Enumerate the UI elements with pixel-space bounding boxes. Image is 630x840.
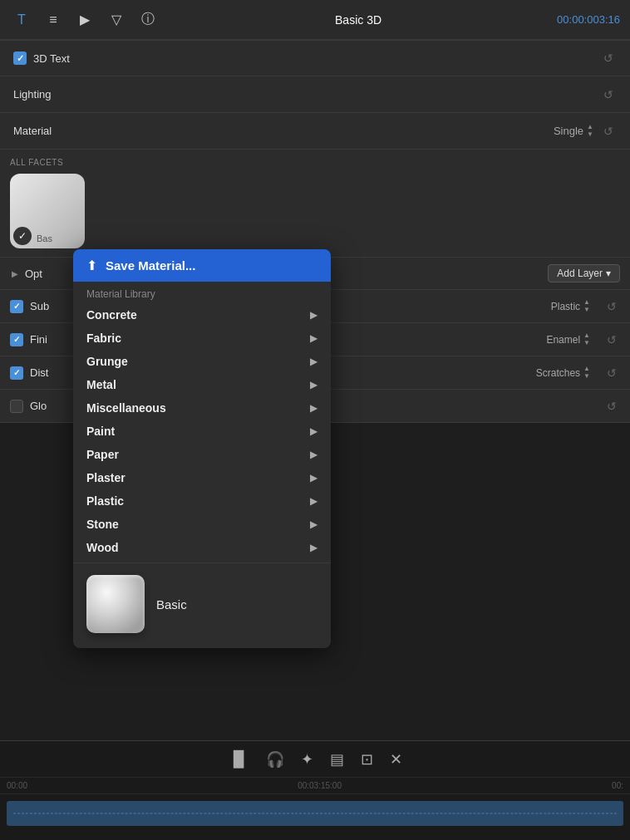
menu-label-plastic: Plastic [86, 494, 124, 508]
menu-item-wood[interactable]: Wood ▶ [73, 536, 331, 559]
timeline-mark-end: 00: [612, 781, 623, 790]
menu-label-stone: Stone [86, 518, 119, 531]
reset-glo[interactable]: ↺ [603, 398, 620, 415]
timeline-controls: ▐▌ 🎧 ✦ ▤ ⊡ ✕ [0, 741, 630, 778]
timeline-mark-mid: 00:03:15:00 [27, 781, 612, 790]
menu-label-grunge: Grunge [86, 355, 128, 368]
menu-label-concrete: Concrete [86, 308, 137, 322]
layer-type-fini[interactable]: Enamel ▲ ▼ [546, 332, 590, 346]
material-library-header: Material Library [73, 282, 331, 303]
save-icon: ⬆ [86, 258, 97, 273]
context-menu: ⬆ Save Material... Material Library Conc… [73, 249, 331, 648]
menu-label-fabric: Fabric [86, 332, 121, 345]
add-layer-button[interactable]: Add Layer ▾ [548, 264, 620, 282]
checkbox-glo[interactable] [10, 400, 23, 413]
facets-swatch[interactable]: ✓ Bas [10, 174, 85, 248]
facets-badge: ✓ [13, 227, 32, 245]
reset-lighting[interactable]: ↺ [600, 86, 617, 103]
save-material-item[interactable]: ⬆ Save Material... [73, 249, 331, 282]
filter-icon[interactable]: ▽ [105, 8, 128, 32]
info-icon[interactable]: ⓘ [136, 8, 160, 32]
align-icon[interactable]: ≡ [42, 8, 65, 32]
scratches-stepper[interactable]: ▲ ▼ [583, 366, 590, 380]
label-material: Material [13, 125, 554, 137]
arrow-icon-miscellaneous: ▶ [310, 402, 317, 414]
checkbox-3dtext[interactable] [13, 52, 27, 65]
facets-swatch-name: Bas [33, 232, 56, 245]
arrow-icon-paper: ▶ [310, 449, 317, 460]
label-lighting: Lighting [13, 88, 593, 101]
enamel-stepper[interactable]: ▲ ▼ [583, 332, 590, 346]
stepper-up[interactable]: ▲ [587, 124, 593, 130]
timeline-bar [7, 801, 623, 826]
toolbar: T ≡ ▶ ▽ ⓘ Basic 3D 00:00:003:16 [0, 0, 630, 40]
menu-label-wood: Wood [86, 541, 119, 554]
menu-label-miscellaneous: Miscellaneous [86, 401, 166, 415]
project-title: Basic 3D [168, 13, 549, 27]
menu-item-miscellaneous[interactable]: Miscellaneous ▶ [73, 396, 331, 420]
label-3dtext: 3D Text [33, 52, 593, 65]
arrow-icon-wood: ▶ [310, 542, 317, 553]
reset-material[interactable]: ↺ [600, 123, 617, 140]
layer-name-glo: Glo [30, 400, 80, 412]
menu-item-concrete[interactable]: Concrete ▶ [73, 303, 331, 327]
layers-label: Opt [25, 268, 42, 280]
menu-divider [73, 562, 331, 563]
timeline: ▐▌ 🎧 ✦ ▤ ⊡ ✕ 00:00 00:03:15:00 00: [0, 740, 630, 840]
layer-type-sub[interactable]: Plastic ▲ ▼ [551, 299, 590, 313]
menu-item-plastic[interactable]: Plastic ▶ [73, 489, 331, 513]
menu-item-paper[interactable]: Paper ▶ [73, 443, 331, 466]
timeline-track: 00:00 00:03:15:00 00: [0, 778, 630, 840]
menu-item-fabric[interactable]: Fabric ▶ [73, 327, 331, 350]
timeline-mark-start: 00:00 [7, 781, 27, 790]
prop-row-lighting: Lighting ↺ [0, 76, 630, 113]
checkbox-fini[interactable] [10, 333, 23, 346]
menu-item-paint[interactable]: Paint ▶ [73, 420, 331, 443]
material-value[interactable]: Single ▲ ▼ [554, 124, 593, 138]
headphones-icon[interactable]: 🎧 [266, 750, 284, 769]
facets-area: ALL FACETS ✓ Bas [0, 150, 630, 258]
menu-label-paint: Paint [86, 425, 115, 438]
facets-label: ALL FACETS [10, 158, 620, 167]
text-tool-icon[interactable]: T [10, 8, 33, 32]
layer-type-dist[interactable]: Scratches ▲ ▼ [536, 366, 590, 380]
arrow-icon-paint: ▶ [310, 425, 317, 437]
prop-row-3dtext: 3D Text ↺ [0, 40, 630, 76]
filmstrip-icon[interactable]: ▤ [330, 750, 344, 769]
menu-item-plaster[interactable]: Plaster ▶ [73, 466, 331, 489]
arrow-icon-fabric: ▶ [310, 332, 317, 344]
arrow-icon-concrete: ▶ [310, 309, 317, 321]
arrow-icon-plastic: ▶ [310, 495, 317, 507]
stepper-down[interactable]: ▼ [587, 131, 593, 138]
video-icon[interactable]: ▶ [73, 8, 96, 32]
arrow-icon-stone: ▶ [310, 518, 317, 530]
timecode: 00:00:003:16 [557, 13, 620, 26]
layer-name-fini: Fini [30, 333, 80, 346]
timeline-bar-pattern [13, 813, 617, 814]
checkbox-dist[interactable] [10, 366, 23, 380]
cross-icon[interactable]: ✕ [390, 750, 402, 769]
menu-item-grunge[interactable]: Grunge ▶ [73, 350, 331, 373]
menu-thumbnail-row: Basic [73, 567, 331, 641]
material-thumbnail-name: Basic [156, 597, 187, 612]
waveform-icon[interactable]: ▐▌ [228, 750, 249, 768]
sparkle-icon[interactable]: ✦ [301, 750, 313, 769]
menu-item-metal[interactable]: Metal ▶ [73, 373, 331, 396]
dropdown-arrow-icon: ▾ [606, 268, 611, 279]
time-highlight: 3:16 [599, 13, 620, 26]
menu-label-metal: Metal [86, 378, 116, 391]
disclosure-triangle[interactable]: ▶ [10, 268, 20, 278]
monitor-icon[interactable]: ⊡ [361, 750, 373, 769]
reset-fini[interactable]: ↺ [603, 332, 620, 348]
reset-3dtext[interactable]: ↺ [600, 50, 617, 66]
time-prefix: 00:00:00 [557, 13, 599, 26]
arrow-icon-metal: ▶ [310, 379, 317, 391]
layer-name-dist: Dist [30, 366, 80, 379]
material-stepper[interactable]: ▲ ▼ [587, 124, 593, 138]
reset-sub[interactable]: ↺ [603, 298, 620, 315]
checkbox-sub[interactable] [10, 300, 23, 313]
reset-dist[interactable]: ↺ [603, 365, 620, 381]
menu-item-stone[interactable]: Stone ▶ [73, 513, 331, 536]
plastic-stepper[interactable]: ▲ ▼ [583, 299, 590, 313]
save-material-label: Save Material... [106, 258, 195, 273]
